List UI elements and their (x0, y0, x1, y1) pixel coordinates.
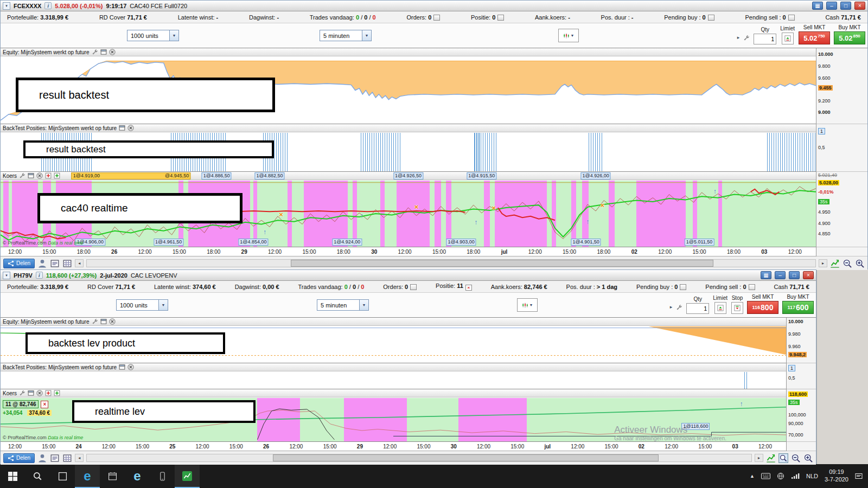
buy-market-button[interactable]: 117 600 (782, 301, 814, 314)
maximize-button[interactable]: □ (840, 2, 851, 10)
data-table-icon[interactable] (62, 453, 72, 463)
edge-icon[interactable]: e (75, 464, 100, 488)
language-indicator[interactable]: NLD (806, 473, 818, 479)
close-position-icon[interactable]: × (465, 285, 472, 291)
scrollbar-thumb[interactable] (273, 454, 658, 461)
timeframe-select[interactable]: 5 minuten ▼ (317, 299, 369, 311)
share-button[interactable]: Delen (3, 453, 35, 463)
add-indicator-icon[interactable] (45, 390, 52, 396)
units-select[interactable]: 1000 units ▼ (127, 30, 179, 41)
qty-input[interactable] (686, 303, 709, 314)
window1-titlebar[interactable]: ▾ FCEXXXX i 5.028,00 (-0,01%) 9:19:17 CA… (1, 1, 867, 11)
backtest-position-bars (361, 133, 401, 171)
wrench-icon[interactable] (92, 318, 98, 325)
axis-label: 12:00 (665, 444, 678, 450)
share-button[interactable]: Delen (3, 259, 35, 268)
zoom-out-icon[interactable] (791, 453, 801, 463)
close-button[interactable]: × (854, 2, 865, 10)
search-icon[interactable] (25, 464, 50, 488)
tray-expand-icon[interactable]: ▲ (750, 473, 755, 479)
wrench-icon[interactable] (19, 390, 25, 396)
buy-market-button[interactable]: 5.02 850 (834, 31, 865, 44)
profile-icon[interactable] (37, 259, 47, 268)
close-position-icon[interactable]: × (41, 401, 48, 408)
zoom-select-icon[interactable] (778, 453, 788, 463)
close-pane-icon[interactable] (36, 390, 43, 396)
task-view-icon[interactable] (50, 464, 75, 488)
calendar-icon[interactable] (100, 464, 125, 488)
chart-type-button[interactable]: ▼ (558, 29, 579, 42)
backtest-positions-pane: BackTest Posities: MijnSysteem werkt op … (1, 363, 786, 389)
layout-grid-button[interactable]: ▦ (812, 2, 823, 10)
order-settings-icon[interactable] (676, 304, 682, 311)
stop-order-button[interactable] (731, 302, 743, 314)
window2-titlebar[interactable]: ▾ PH79V i 118,600 (+27,39%) 2-jul-2020 C… (1, 270, 816, 281)
wrench-icon[interactable] (19, 172, 25, 179)
your-phone-icon[interactable] (150, 464, 175, 488)
taskbar-clock[interactable]: 09:19 3-7-2020 (825, 468, 848, 484)
timeframe-select[interactable]: 5 minuten ▼ (320, 30, 372, 41)
sell-market-button[interactable]: 116 800 (747, 301, 778, 314)
units-select[interactable]: 1000 units ▼ (116, 299, 168, 311)
zoom-in-icon[interactable] (855, 259, 865, 268)
chart-type-button[interactable]: ▼ (517, 298, 538, 312)
info-icon[interactable]: i (44, 2, 52, 9)
minimize-button[interactable]: – (775, 271, 786, 279)
close-pane-icon[interactable] (109, 318, 116, 325)
popup-window-icon[interactable] (119, 125, 125, 131)
auto-scale-icon[interactable] (830, 259, 840, 268)
touch-keyboard-icon[interactable] (761, 473, 770, 479)
limit-order-button[interactable] (782, 33, 794, 44)
limit-order-button[interactable] (714, 302, 726, 314)
scroll-left-button[interactable]: ◂ (75, 259, 84, 267)
trading-app-icon[interactable] (175, 464, 200, 488)
layout-grid-button[interactable]: ▦ (761, 271, 771, 279)
scroll-right-button[interactable]: ▸ (755, 454, 763, 462)
maximize-button[interactable]: □ (789, 271, 800, 279)
sell-market-button[interactable]: 5.02 750 (799, 31, 830, 44)
axis-label: 15:00 (605, 444, 618, 450)
panel-collapse-arrow[interactable]: ▸ (670, 304, 673, 310)
close-pane-icon[interactable] (109, 49, 116, 55)
popup-window-icon[interactable] (28, 172, 34, 179)
add-overlay-icon[interactable] (54, 172, 60, 179)
zoom-in-icon[interactable] (803, 453, 813, 463)
start-button[interactable] (0, 464, 25, 488)
data-table-icon[interactable] (62, 259, 72, 268)
auto-scale-icon[interactable] (766, 453, 776, 463)
popup-window-icon[interactable] (100, 49, 107, 55)
window-menu-arrow[interactable]: ▾ (3, 272, 10, 279)
close-pane-icon[interactable] (36, 172, 43, 179)
action-center-icon[interactable] (855, 472, 863, 480)
zoom-out-icon[interactable] (843, 259, 852, 268)
scale-label: 9.200 (818, 98, 831, 104)
close-pane-icon[interactable] (127, 125, 134, 131)
popup-window-icon[interactable] (119, 364, 125, 370)
minimize-button[interactable]: – (826, 2, 837, 10)
scrollbar-thumb[interactable] (291, 260, 713, 267)
popup-window-icon[interactable] (28, 390, 34, 396)
news-icon[interactable] (50, 259, 60, 268)
wrench-icon[interactable] (92, 49, 98, 55)
qty-input[interactable] (754, 34, 776, 44)
horizontal-scrollbar[interactable] (86, 259, 816, 267)
close-pane-icon[interactable] (127, 364, 134, 370)
profile-icon[interactable] (37, 453, 47, 463)
signal-icon[interactable] (791, 473, 800, 479)
popup-window-icon[interactable] (100, 318, 107, 325)
axis-label: 12:00 (571, 444, 584, 450)
trade-price-label: 1@4.901,50 (571, 239, 601, 246)
add-overlay-icon[interactable] (54, 390, 60, 396)
news-icon[interactable] (50, 453, 60, 463)
horizontal-scrollbar[interactable] (86, 454, 752, 462)
network-globe-icon[interactable] (777, 472, 784, 480)
close-button[interactable]: × (803, 271, 814, 279)
internet-explorer-icon[interactable]: e (125, 464, 150, 488)
info-icon[interactable]: i (36, 272, 43, 279)
scroll-right-button[interactable]: ▸ (819, 259, 827, 267)
panel-collapse-arrow[interactable]: ▸ (737, 35, 740, 40)
scroll-left-button[interactable]: ◂ (75, 454, 84, 462)
add-indicator-icon[interactable] (45, 172, 52, 179)
window-menu-arrow[interactable]: ▾ (3, 2, 10, 10)
order-settings-icon[interactable] (743, 35, 750, 41)
